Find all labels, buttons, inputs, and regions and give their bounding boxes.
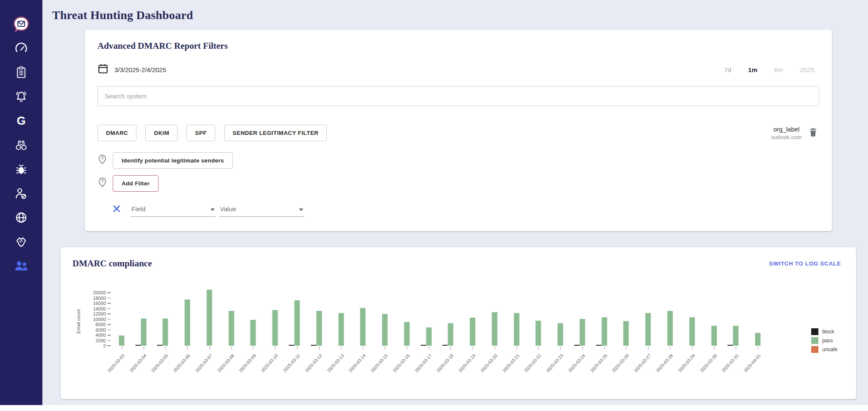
- user-block-icon: [14, 187, 28, 200]
- date-range-picker[interactable]: 3/3/2025-2/4/2025: [97, 63, 166, 76]
- y-axis: 0200040006000800010000120001400016000180…: [83, 288, 111, 346]
- add-filter-button[interactable]: Add Filter: [113, 175, 159, 192]
- chart-bar-block: [135, 345, 141, 346]
- switch-log-scale-button[interactable]: SWITCH TO LOG SCALE: [769, 260, 841, 267]
- chart-column: 2025-03-22: [528, 288, 550, 346]
- chart-bar-block: [311, 345, 316, 346]
- chart-bar-pass: [404, 322, 409, 346]
- chart-bar-block: [574, 345, 579, 346]
- chart-bar-pass: [668, 311, 673, 346]
- chevron-down-icon: [299, 205, 303, 213]
- chart-bar-pass: [360, 308, 366, 346]
- x-tick-label: 2025-03-25: [589, 353, 608, 373]
- y-tick-label: 0: [103, 343, 111, 348]
- chart-bar-block: [442, 345, 448, 346]
- filter-chip-spf[interactable]: SPF: [186, 125, 215, 141]
- gauge-icon: [14, 42, 28, 55]
- chart-column: 2025-03-28: [659, 288, 681, 346]
- value-select-label: Value: [220, 205, 236, 213]
- x-tick-mark: [165, 347, 166, 349]
- sidebar-item-google[interactable]: G: [13, 114, 29, 128]
- app-root: G Threat Hunting Dashboard Advanced DMAR…: [0, 0, 868, 411]
- filter-chip-sender-legitimacy-filter[interactable]: SENDER LEGITIMACY FILTER: [224, 125, 327, 141]
- x-tick-mark: [582, 347, 583, 349]
- x-tick-mark: [670, 347, 670, 349]
- binoculars-icon: [14, 138, 28, 152]
- chart-bar-pass: [601, 317, 607, 346]
- active-filter-block: org_label outlook.com: [771, 126, 818, 140]
- chart-column: 2025-03-30: [703, 288, 725, 346]
- sidebar-item-alerts[interactable]: [13, 89, 29, 104]
- y-tick-label: 14000: [93, 306, 111, 311]
- y-tick-label: 2000: [96, 338, 111, 343]
- x-tick-mark: [253, 347, 253, 349]
- chart-bar-pass: [273, 310, 278, 346]
- sidebar-item-malware[interactable]: [13, 162, 29, 176]
- value-select[interactable]: Value: [219, 203, 304, 217]
- chart-column: 2025-03-21: [506, 288, 528, 346]
- sidebar-nav: G: [0, 0, 42, 405]
- remove-filter-row-button[interactable]: [113, 205, 120, 214]
- x-tick-mark: [187, 347, 188, 349]
- x-tick-label: 2025-03-15: [370, 353, 389, 373]
- chart-bar-pass: [382, 314, 388, 346]
- chart-bar-block: [420, 345, 426, 346]
- range-button-2025[interactable]: 2025: [800, 66, 814, 73]
- sidebar-item-reports[interactable]: [13, 65, 29, 80]
- chart-column: 2025-03-25: [593, 288, 615, 346]
- sidebar-item-threat-hunting[interactable]: [13, 138, 29, 152]
- search-input[interactable]: [97, 86, 819, 106]
- chart-column: 2025-03-06: [176, 288, 198, 346]
- trash-icon: [809, 132, 818, 139]
- chart-column: 2025-03-05: [155, 288, 177, 346]
- chart-bar-pass: [119, 336, 124, 346]
- x-tick-label: 2025-03-08: [216, 353, 235, 373]
- chart-bar-pass: [250, 320, 256, 346]
- x-tick-mark: [407, 347, 407, 349]
- chart-card: DMARC compliance SWITCH TO LOG SCALE Ema…: [61, 247, 856, 399]
- chart-bar-block: [596, 345, 601, 346]
- legend-item-unsafe: unsafe: [811, 346, 837, 353]
- range-button-7d[interactable]: 7d: [724, 66, 731, 73]
- chart-column: 2025-03-14: [352, 288, 374, 346]
- chart-column: 2025-03-27: [637, 288, 659, 346]
- chart-column: 2025-03-29: [681, 288, 703, 346]
- chart-bar-pass: [448, 323, 453, 346]
- sidebar-item-blocked-senders[interactable]: [13, 186, 29, 201]
- chart-column: 2025-03-11: [286, 288, 308, 346]
- y-tick-label: 8000: [96, 322, 111, 327]
- chart-column: 2025-03-24: [571, 288, 593, 346]
- chart-column: 2025-03-17: [418, 288, 440, 346]
- filter-chip-dmarc[interactable]: DMARC: [97, 125, 136, 141]
- x-tick-label: 2025-03-13: [326, 353, 345, 373]
- chart-bar-pass: [711, 326, 717, 346]
- chart-column: 2025-03-18: [440, 288, 462, 346]
- x-tick-label: 2025-03-21: [501, 353, 520, 373]
- identify-senders-button[interactable]: Identify potential legitimate senders: [113, 152, 233, 169]
- chart-bar-pass: [755, 333, 761, 346]
- x-tick-label: 2025-03-31: [721, 353, 740, 373]
- x-tick-label: 2025-04-01: [743, 353, 762, 373]
- sidebar-item-logo[interactable]: [13, 17, 29, 31]
- field-select[interactable]: Field: [131, 203, 216, 217]
- x-tick-label: 2025-03-03: [106, 353, 125, 373]
- range-button-group: 7d1m6m2025: [724, 66, 814, 73]
- chart-area: Email count 0200040006000800010000120001…: [72, 288, 841, 386]
- sidebar-item-partners[interactable]: [13, 235, 29, 249]
- x-tick-label: 2025-03-07: [194, 353, 213, 373]
- range-button-1m[interactable]: 1m: [748, 66, 757, 73]
- sidebar-item-domains[interactable]: [13, 210, 29, 225]
- legend-label: block: [822, 329, 834, 335]
- x-tick-mark: [275, 347, 275, 349]
- chart-bar-pass: [185, 299, 190, 346]
- range-button-6m[interactable]: 6m: [774, 66, 783, 73]
- sidebar-item-users[interactable]: [13, 259, 29, 273]
- x-tick-label: 2025-03-20: [479, 353, 498, 373]
- y-tick-label: 16000: [93, 301, 111, 306]
- filter-chip-dkim[interactable]: DKIM: [145, 125, 178, 141]
- sidebar-item-dashboard[interactable]: [13, 41, 29, 56]
- chart-column: 2025-03-31: [725, 288, 747, 346]
- legend-label: pass: [822, 338, 833, 344]
- delete-filter-button[interactable]: [809, 127, 818, 139]
- chart-column: 2025-03-15: [374, 288, 396, 346]
